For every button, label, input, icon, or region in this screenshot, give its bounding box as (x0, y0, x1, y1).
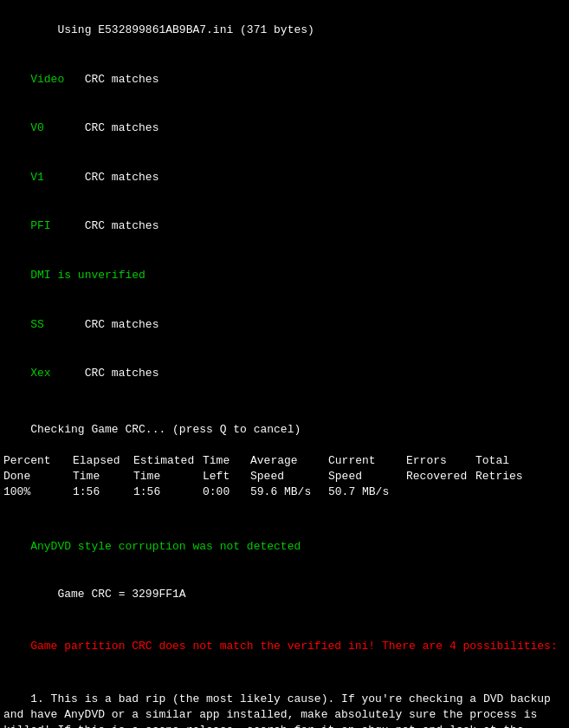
terminal-output: Using E532899861AB9BA7.ini (371 bytes) V… (3, 7, 566, 728)
dmi-crc-line: DMI is unverified (3, 252, 566, 300)
xex-crc-line: Xex CRC matches (3, 350, 566, 398)
pfi-crc-line: PFI CRC matches (3, 203, 566, 250)
ini-line: Using E532899861AB9BA7.ini (371 bytes) (3, 7, 566, 55)
checking-game-crc: Checking Game CRC... (press Q to cancel) (3, 406, 566, 454)
table-header-row: Percent Elapsed Estimated Time Average C… (3, 453, 566, 469)
partition-error-line: Game partition CRC does not match the ve… (3, 623, 566, 671)
v0-crc-line: V0 CRC matches (3, 105, 566, 153)
ss-crc-line: SS CRC matches (3, 301, 566, 348)
table-data-row: 100% 1:56 1:56 0:00 59.6 MB/s 50.7 MB/s (3, 484, 566, 500)
game-crc-line: Game CRC = 3299FF1A (3, 570, 566, 618)
table-subheader-row: Done Time Time Left Speed Speed Recovere… (3, 469, 566, 484)
v1-crc-line: V1 CRC matches (3, 154, 566, 202)
video-crc-line: Video CRC matches (3, 56, 566, 104)
possibility1-block: 1. This is a bad rip (the most likely ca… (3, 676, 566, 729)
anydvd-msg: AnyDVD style corruption was not detected (3, 508, 566, 571)
